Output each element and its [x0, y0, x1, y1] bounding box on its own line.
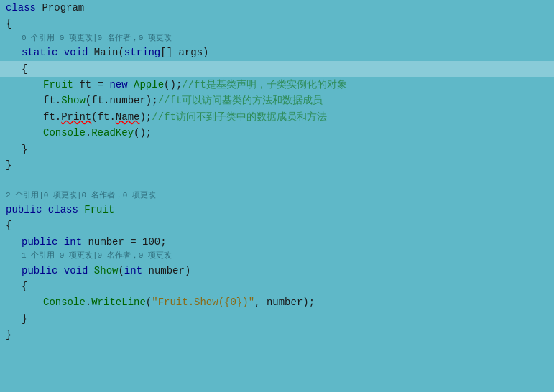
- line-writeline: Console . WriteLine ( "Fruit.Show({0})" …: [0, 294, 554, 310]
- line-show-method: public void Show ( int number): [0, 263, 554, 279]
- line-main-brace-open: {: [0, 61, 554, 77]
- keyword-class: class: [6, 0, 36, 16]
- line-number-field: public int number = 100;: [0, 234, 554, 250]
- line-partial-top: class Program: [0, 0, 554, 16]
- line-main-method: static void Main( string [] args): [0, 45, 554, 60]
- meta-references-2: 2 个引用|0 项更改|0 名作者，0 项更改: [0, 190, 554, 202]
- line-show-brace-close: }: [0, 311, 554, 327]
- line-program-brace-close: }: [0, 157, 554, 173]
- line-blank: [0, 173, 554, 189]
- line-brace-1: {: [0, 16, 554, 32]
- line-fruit-instantiation: Fruit ft = new Apple (); //ft是基类声明，子类实例化…: [0, 77, 554, 93]
- code-editor: class Program { 0 个引用|0 项更改|0 名作者，0 项更改 …: [0, 0, 554, 392]
- meta-references-3: 1 个引用|0 项更改|0 名作者，0 项更改: [0, 250, 554, 262]
- line-main-brace-close: }: [0, 141, 554, 157]
- line-ft-print: ft. Print (ft. Name ); //ft访问不到子类中的数据成员和…: [0, 109, 554, 125]
- line-fruit-brace-open: {: [0, 218, 554, 233]
- line-readkey: Console . ReadKey ();: [0, 125, 554, 141]
- line-fruit-class: public class Fruit: [0, 202, 554, 218]
- line-show-brace-open: {: [0, 279, 554, 294]
- meta-references-1: 0 个引用|0 项更改|0 名作者，0 项更改: [0, 32, 554, 45]
- line-ft-show: ft. Show (ft.number); //ft可以访问基类的方法和数据成员: [0, 93, 554, 108]
- line-fruit-brace-close: }: [0, 327, 554, 342]
